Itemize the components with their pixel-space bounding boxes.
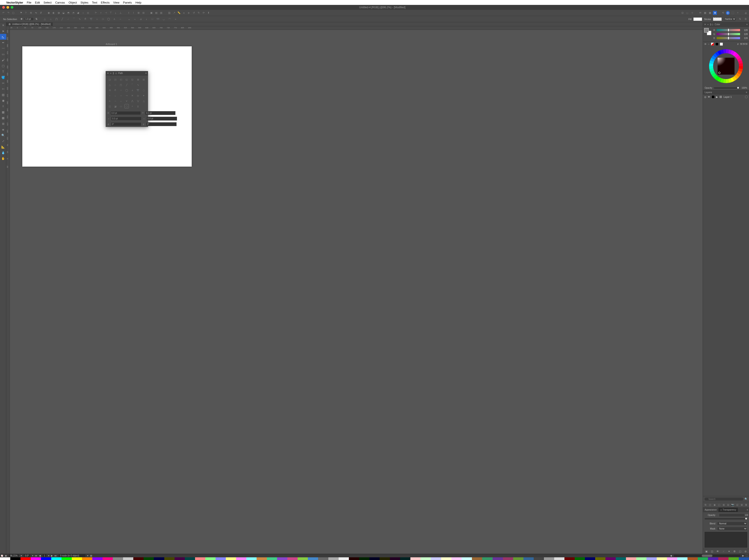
nodes-dropdown-icon[interactable]: ▾ xyxy=(87,555,88,557)
trans-ic3[interactable]: 👁 xyxy=(716,550,719,553)
precision-icon[interactable]: ✧ xyxy=(735,11,740,15)
swatch[interactable] xyxy=(298,557,308,560)
layer-select-icon[interactable] xyxy=(745,95,748,98)
scroll-right-icon[interactable]: ▶ xyxy=(742,555,744,557)
appearance-menu-icon[interactable]: ≡ xyxy=(746,508,749,512)
canvas-menu[interactable]: Canvas xyxy=(55,1,65,4)
edit-menu[interactable]: Edit xyxy=(35,1,40,4)
swatch[interactable] xyxy=(462,557,472,560)
ext-4-icon[interactable]: ▢ xyxy=(124,104,129,109)
dist-h-icon[interactable]: ⫴ xyxy=(127,11,131,15)
merge-icon[interactable]: ◔ xyxy=(71,11,76,15)
swatch[interactable] xyxy=(144,557,154,560)
dist-v-icon[interactable]: ⫲ xyxy=(131,11,135,15)
ruler-origin[interactable] xyxy=(6,26,10,30)
arrow-tool[interactable]: ➤ xyxy=(0,28,6,34)
swatch[interactable] xyxy=(503,557,513,560)
swatch[interactable] xyxy=(698,557,708,560)
y-input[interactable] xyxy=(145,111,175,115)
swatch[interactable] xyxy=(359,557,369,560)
path-op-6-icon[interactable]: ⊞ xyxy=(136,77,140,82)
flag2-icon[interactable]: ⚐ xyxy=(24,11,28,15)
shape-tool[interactable]: ◉ xyxy=(0,97,6,103)
new-sublayer-icon[interactable]: ⊞ xyxy=(740,503,744,507)
intersect-icon[interactable]: ◑ xyxy=(57,11,61,15)
transparency-tab[interactable]: ◇ Transparency xyxy=(719,508,738,512)
fg-bg-swatches[interactable] xyxy=(704,28,711,35)
swatch[interactable] xyxy=(687,557,698,560)
swatch[interactable] xyxy=(718,557,728,560)
align-bottom-icon[interactable]: ⊥ xyxy=(119,11,123,15)
delete-layer-icon[interactable]: 🗑 xyxy=(745,503,748,507)
redo-icon[interactable]: ↷ xyxy=(6,11,10,15)
page-dropdown-icon[interactable]: ▾ xyxy=(48,555,49,557)
swatch[interactable] xyxy=(349,557,359,560)
seg-7-icon[interactable]: ✦ xyxy=(142,93,146,98)
stroke-stepper-icon[interactable]: ⇅ xyxy=(738,17,742,21)
text-tool[interactable]: T xyxy=(0,69,6,74)
wave-icon[interactable]: 〰 xyxy=(150,17,154,21)
circle-icon[interactable]: ○ xyxy=(95,17,99,21)
trans-ic4[interactable]: ⟋ xyxy=(722,550,725,553)
swatch[interactable] xyxy=(626,557,636,560)
swatch[interactable] xyxy=(636,557,646,560)
stroke-swatch[interactable] xyxy=(713,17,722,21)
swatch[interactable] xyxy=(308,557,318,560)
visibility-icon[interactable]: 👁 xyxy=(708,95,710,98)
scissors-tool[interactable]: ✄ xyxy=(0,86,6,92)
zoom-button[interactable] xyxy=(11,6,14,9)
first-page-icon[interactable]: ⏮ xyxy=(35,555,37,557)
trans-ic5[interactable]: ✦ xyxy=(728,550,730,553)
trans-opacity-input[interactable] xyxy=(719,513,749,517)
swatch[interactable] xyxy=(257,557,267,560)
b-slider[interactable] xyxy=(717,37,740,39)
artboard-icon[interactable]: ▢ xyxy=(11,11,15,15)
arc-icon[interactable]: ⌒ xyxy=(72,17,76,21)
path-open-icon[interactable]: ⥀ xyxy=(113,88,117,92)
fg-swatch[interactable] xyxy=(704,28,709,32)
swatch[interactable] xyxy=(287,557,298,560)
fill-tool[interactable]: 🪣 xyxy=(0,74,6,80)
seg-6-icon[interactable]: ◎ xyxy=(136,93,140,98)
copy-icon[interactable]: ⧉ xyxy=(29,11,33,15)
spiral-icon[interactable]: ◉ xyxy=(5,555,7,557)
swatch[interactable] xyxy=(205,557,216,560)
swatch[interactable] xyxy=(82,557,92,560)
external-icon[interactable]: ↗ xyxy=(172,11,176,15)
swatch[interactable] xyxy=(164,557,174,560)
swatch[interactable] xyxy=(328,557,339,560)
layers-ic4[interactable]: ▢ xyxy=(718,503,721,507)
bounds-icon[interactable]: □ xyxy=(685,11,689,15)
segment-1-icon[interactable]: ⫠ xyxy=(127,17,131,21)
frame-icon[interactable]: ▣ xyxy=(149,11,153,15)
close-doc-icon[interactable]: ✕ xyxy=(0,22,6,28)
color-panel-expand-icon[interactable]: » xyxy=(707,23,709,26)
mail-icon[interactable]: ✉ xyxy=(698,11,702,15)
bridge-icon[interactable]: ⌢ xyxy=(118,17,122,21)
swatch[interactable] xyxy=(708,557,718,560)
swatch[interactable] xyxy=(605,557,616,560)
node-tool[interactable]: ◺ xyxy=(0,34,6,40)
snap-icon[interactable]: ⊕ xyxy=(713,11,717,15)
mesh-tool[interactable]: ⊞ xyxy=(0,121,6,127)
segment-4-icon[interactable]: ⫞ xyxy=(145,17,148,21)
fill-swatch[interactable] xyxy=(693,17,702,21)
x-input[interactable] xyxy=(110,111,141,115)
swatch[interactable] xyxy=(513,557,523,560)
align-right-icon[interactable]: ⊣ xyxy=(104,11,108,15)
pen-tool[interactable]: ✒ xyxy=(0,40,6,45)
swatch[interactable] xyxy=(21,557,31,560)
crop-frame-icon[interactable]: ▤ xyxy=(154,11,158,15)
stroke-style-select[interactable]: Hairline xyxy=(724,17,736,21)
layer-row[interactable]: ◎ 👁 ▶ Layer 1 xyxy=(703,94,749,99)
swatch[interactable] xyxy=(226,557,236,560)
curve-icon[interactable]: ⟋ xyxy=(66,17,70,21)
path-loop-icon[interactable]: ➰ xyxy=(136,88,140,92)
opacity-slider[interactable] xyxy=(714,87,740,89)
white-swatch[interactable] xyxy=(720,43,723,46)
swatch[interactable] xyxy=(451,557,462,560)
measure-tool[interactable]: 📐 xyxy=(0,144,6,150)
spiral-icon[interactable]: ➿ xyxy=(156,17,160,21)
path-op-5-icon[interactable]: ⊡ xyxy=(130,77,135,82)
stroke-width-input[interactable] xyxy=(24,17,34,21)
